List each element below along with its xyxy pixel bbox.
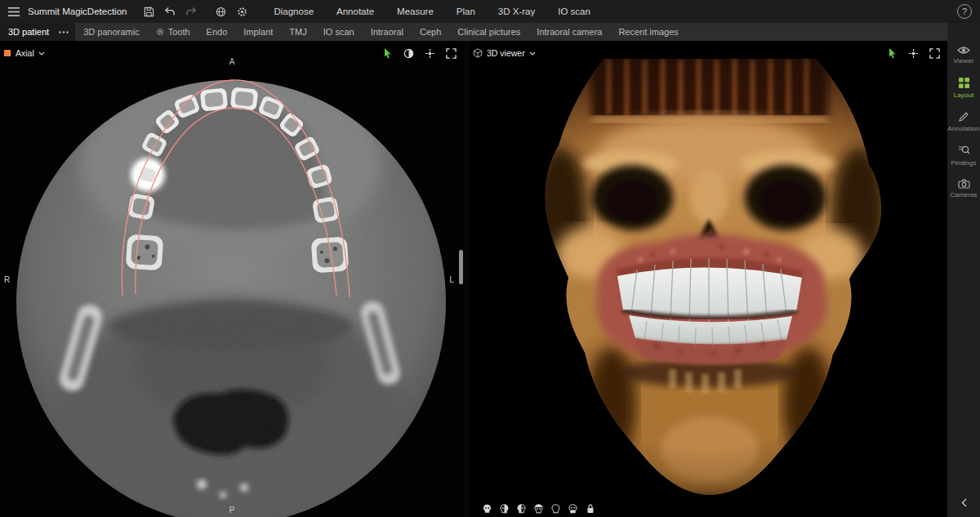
- viewport-title: 3D viewer: [487, 48, 525, 58]
- contrast-tool-button[interactable]: [403, 47, 415, 60]
- tab-clinical-pictures[interactable]: Clinical pictures: [449, 23, 528, 41]
- tab-ceph[interactable]: Ceph: [412, 23, 449, 41]
- skull-left-icon: [517, 504, 526, 514]
- menu-item-measure[interactable]: Measure: [385, 0, 445, 23]
- tab-label: 3D patient: [8, 27, 49, 37]
- focus-tool-button[interactable]: [424, 47, 436, 60]
- skull-right-icon: [500, 504, 509, 514]
- view-preset-top-button[interactable]: [533, 503, 544, 514]
- axial-viewport[interactable]: Axial A P R L: [0, 41, 464, 517]
- slice-scrollbar[interactable]: [459, 41, 463, 517]
- fullscreen-button[interactable]: [445, 47, 457, 60]
- tab-label: Ceph: [420, 27, 441, 37]
- pencil-icon: [958, 111, 969, 123]
- hamburger-icon: [8, 7, 20, 16]
- tab-tooth[interactable]: Tooth: [148, 23, 198, 41]
- menu-item-plan[interactable]: Plan: [445, 0, 487, 23]
- lock-icon: [586, 504, 595, 514]
- active-tab-group: 3D patient: [0, 23, 75, 41]
- sidebar-item-viewer[interactable]: Viewer: [947, 46, 980, 65]
- 3d-view-selector[interactable]: 3D viewer: [473, 48, 536, 58]
- tab-overflow-button[interactable]: [57, 23, 75, 41]
- skull-front-icon: [483, 504, 492, 514]
- collapse-panel-button[interactable]: [957, 496, 970, 509]
- 3d-viewport-header: 3D viewer: [469, 41, 947, 65]
- sidebar-item-findings[interactable]: Findings: [947, 145, 980, 167]
- skull-top-icon: [534, 504, 543, 514]
- undo-icon: [164, 7, 176, 16]
- globe-icon: [216, 7, 226, 17]
- sidebar-item-label: Annotation: [947, 125, 979, 132]
- menu-item-io-scan[interactable]: IO scan: [546, 0, 602, 23]
- sidebar-item-annotation[interactable]: Annotation: [947, 111, 980, 132]
- tab-intraoral-camera[interactable]: Intraoral camera: [528, 23, 610, 41]
- findings-search-icon: [958, 145, 970, 157]
- cursor-tool-button[interactable]: [886, 47, 898, 60]
- sidebar-item-label: Cameras: [950, 191, 977, 198]
- language-globe-button[interactable]: [212, 2, 229, 20]
- axial-viewport-header: Axial: [0, 41, 464, 65]
- help-button[interactable]: ?: [957, 4, 972, 19]
- tab-label: Recent images: [618, 27, 678, 37]
- layout-grid-icon: [958, 77, 970, 89]
- tab-tmj[interactable]: TMJ: [281, 23, 314, 41]
- skull-back-icon: [551, 504, 560, 514]
- undo-button[interactable]: [161, 2, 179, 20]
- view-preset-right-button[interactable]: [499, 503, 510, 514]
- tab-label: 3D panoramic: [83, 27, 139, 37]
- 3d-viewport[interactable]: 3D viewer: [469, 41, 947, 517]
- tab-implant[interactable]: Implant: [235, 23, 281, 41]
- file-actions: [140, 2, 200, 20]
- app-settings-group: [212, 2, 251, 20]
- workspace-tabbar: 3D patient 3D panoramic Tooth Endo Impla…: [0, 23, 947, 41]
- cube-icon: [473, 48, 483, 58]
- axial-view-selector[interactable]: Axial: [16, 48, 45, 58]
- tab-label: Implant: [243, 27, 273, 37]
- view-preset-left-button[interactable]: [516, 503, 527, 514]
- sidebar-item-label: Findings: [951, 159, 976, 167]
- skull-bottom-icon: [568, 504, 577, 514]
- viewport-title: Axial: [16, 48, 34, 58]
- chevron-down-icon: [38, 51, 45, 56]
- orientation-label-left: L: [449, 274, 454, 283]
- sidebar-item-label: Layout: [954, 91, 974, 99]
- tab-label: Tooth: [168, 27, 190, 37]
- slice-scrollbar-thumb[interactable]: [459, 250, 463, 284]
- ct-axial-image: [0, 41, 464, 517]
- 3d-toolbar: [886, 47, 941, 60]
- tab-label: Intraoral camera: [537, 27, 602, 37]
- cursor-icon: [887, 47, 898, 59]
- focus-tool-button[interactable]: [907, 47, 920, 60]
- view-preset-back-button[interactable]: [550, 503, 561, 514]
- tab-recent-images[interactable]: Recent images: [610, 23, 686, 41]
- view-preset-front-button[interactable]: [482, 503, 492, 514]
- settings-button[interactable]: [233, 2, 251, 20]
- sidebar-item-layout[interactable]: Layout: [947, 77, 980, 99]
- redo-button[interactable]: [182, 2, 200, 20]
- fullscreen-icon: [446, 48, 457, 59]
- tab-3d-patient[interactable]: 3D patient: [0, 23, 57, 41]
- tab-io-scan[interactable]: IO scan: [315, 23, 363, 41]
- chevron-left-icon: [961, 498, 967, 507]
- fullscreen-button[interactable]: [929, 47, 941, 60]
- hamburger-menu-button[interactable]: [5, 2, 23, 20]
- cursor-tool-button[interactable]: [381, 47, 394, 60]
- help-icon: ?: [962, 7, 967, 16]
- menu-item-diagnose[interactable]: Diagnose: [262, 0, 325, 23]
- camera-icon: [958, 179, 970, 189]
- menu-item-3d-xray[interactable]: 3D X-ray: [487, 0, 546, 23]
- sidebar-item-cameras[interactable]: Cameras: [947, 179, 980, 198]
- fullscreen-icon: [929, 48, 940, 59]
- app-title: Summit MagicDetection: [28, 7, 127, 16]
- view-preset-bottom-button[interactable]: [568, 503, 578, 514]
- tab-intraoral[interactable]: Intraoral: [363, 23, 412, 41]
- eye-icon: [957, 46, 970, 55]
- tab-3d-panoramic[interactable]: 3D panoramic: [75, 23, 147, 41]
- save-button[interactable]: [140, 2, 158, 20]
- menu-item-annotate[interactable]: Annotate: [325, 0, 385, 23]
- tab-endo[interactable]: Endo: [198, 23, 236, 41]
- tab-label: IO scan: [323, 27, 354, 37]
- lock-view-button[interactable]: [585, 503, 595, 514]
- crosshair-icon: [908, 48, 919, 59]
- gear-icon: [156, 28, 164, 36]
